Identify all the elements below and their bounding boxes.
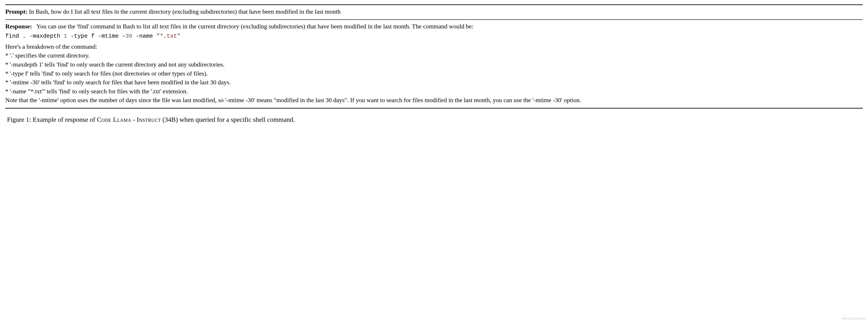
response-section: Response: You can use the 'find' command… xyxy=(5,20,863,108)
code-num2: 30 xyxy=(125,33,132,39)
bullet-3: * '-mtime -30' tells 'find' to only sear… xyxy=(5,78,863,87)
caption-model-1: Code Llama xyxy=(97,116,131,123)
prompt-block: Prompt: In Bash, how do I list all text … xyxy=(5,7,863,16)
code-part1: find . -maxdepth xyxy=(5,33,64,39)
code-num1: 1 xyxy=(64,33,67,39)
bullet-4: * '-name "*.txt"' tells 'find' to only s… xyxy=(5,87,863,96)
prompt-text: In Bash, how do I list all text files in… xyxy=(29,8,341,15)
breakdown-intro: Here's a breakdown of the command: xyxy=(5,42,863,51)
caption-prefix: Figure 1: Example of response of xyxy=(7,116,97,123)
breakdown-block: Here's a breakdown of the command: * '.'… xyxy=(5,42,863,105)
code-string: "*.txt" xyxy=(156,33,181,39)
bullet-1: * '-maxdepth 1' tells 'find' to only sea… xyxy=(5,60,863,69)
caption-model-2: Instruct xyxy=(137,116,161,123)
bullet-0: * '.' specifies the current directory. xyxy=(5,51,863,60)
response-note: Note that the '-mtime' option uses the n… xyxy=(5,96,863,105)
response-label: Response: xyxy=(5,23,32,30)
bullet-2: * '-type f' tells 'find' to only search … xyxy=(5,69,863,78)
caption-separator: - xyxy=(131,116,137,123)
caption-suffix: (34B) when queried for a specific shell … xyxy=(161,116,295,123)
prompt-section: Prompt: In Bash, how do I list all text … xyxy=(5,5,863,19)
code-part2: -type f -mtime - xyxy=(67,33,125,39)
response-intro-text: You can use the 'find' command in Bash t… xyxy=(36,23,473,30)
response-intro-block: Response: You can use the 'find' command… xyxy=(5,22,863,31)
code-part3: -name xyxy=(132,33,156,39)
code-command: find . -maxdepth 1 -type f -mtime -30 -n… xyxy=(5,31,863,42)
prompt-label: Prompt: xyxy=(5,8,28,15)
figure-caption: Figure 1: Example of response of Code Ll… xyxy=(5,109,863,124)
